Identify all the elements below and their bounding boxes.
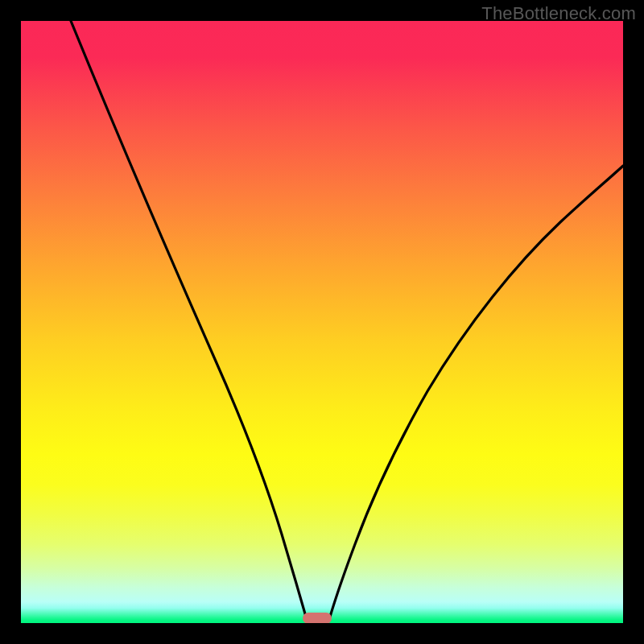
outer-frame: TheBottleneck.com bbox=[0, 0, 644, 644]
right-curve bbox=[330, 166, 623, 617]
minimum-marker bbox=[303, 613, 332, 623]
plot-area bbox=[21, 21, 623, 623]
curves-layer bbox=[21, 21, 623, 623]
left-curve bbox=[71, 21, 306, 617]
watermark-text: TheBottleneck.com bbox=[481, 3, 636, 24]
